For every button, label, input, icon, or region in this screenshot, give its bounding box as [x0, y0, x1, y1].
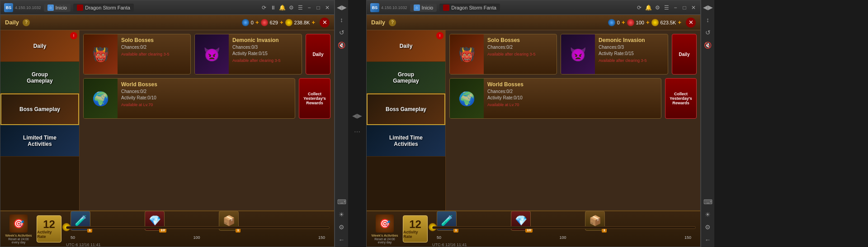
pause-btn-1[interactable]: ⏸ — [270, 5, 276, 11]
activity-row-1-1: 👹 Solo Bosses Chances:0/2 Available afte… — [83, 34, 330, 75]
game-tab-1[interactable]: Dragon Storm Fanta — [73, 4, 134, 12]
titlebar-2: BS 4.150.10.1032 ⌂ Inicio Dragon Storm F… — [367, 0, 700, 15]
left-sidebar-2: ! Daily GroupGameplay Boss Gameplay Limi… — [367, 30, 446, 210]
expand-icon-1[interactable]: ◀▶ — [337, 4, 347, 11]
refresh-btn-2[interactable]: ⟳ — [636, 5, 642, 11]
gold-val-1: 238.8K — [294, 20, 310, 25]
home-tab-label-2: Inicio — [422, 5, 434, 10]
solo-thumb-bg-1: 👹 — [84, 34, 118, 74]
sidebar-limited-2[interactable]: Limited TimeActivities — [367, 125, 445, 157]
demonic-name-1: Demonic Invasion — [232, 37, 298, 43]
bell-btn-2[interactable]: 🔔 — [645, 5, 651, 11]
sidebar-limited-1[interactable]: Limited TimeActivities — [0, 125, 79, 157]
help-icon-1[interactable]: ? — [23, 19, 30, 26]
gold-plus-1[interactable]: + — [311, 19, 315, 26]
minimize-btn-1[interactable]: − — [306, 5, 312, 11]
daily-btn-1[interactable]: Daily — [306, 34, 330, 75]
menu-btn-1[interactable]: ☰ — [297, 5, 303, 11]
settings-btn-1[interactable]: ⚙ — [288, 5, 294, 11]
back-icon-2[interactable]: ← — [705, 236, 711, 243]
sidebar-group-label-2: GroupGameplay — [393, 71, 419, 84]
bs-brand-2: BS 4.150.10.1032 — [370, 3, 407, 12]
sidebar-boss-1[interactable]: Boss Gameplay — [0, 93, 79, 125]
daily-btn-2[interactable]: Daily — [672, 34, 697, 75]
world-card-1[interactable]: 🌍 World Bosses Chances:0/2 Activity Rate… — [83, 78, 295, 119]
brightness-icon-2[interactable]: ☀ — [705, 211, 711, 218]
gold-plus-2[interactable]: + — [678, 19, 681, 26]
world-info-2: World Bosses Chances:0/2 Activity Rate:0… — [484, 79, 661, 118]
rotate-icon-1[interactable]: ↺ — [339, 29, 344, 36]
weeks-activities-2[interactable]: 🎯 Week's Activities Reset at 24:00 every… — [371, 214, 398, 244]
demonic-rate-1: Activity Rate:0/15 — [232, 51, 298, 56]
resize-icon-1[interactable]: ↕ — [340, 16, 343, 23]
brightness-icon-1[interactable]: ☀ — [339, 211, 344, 218]
mute-icon-2[interactable]: 🔇 — [704, 42, 712, 49]
daily-header-2: Daily ? 0 + 100 + 623.5K + ✕ — [367, 15, 700, 30]
minimize-btn-2[interactable]: − — [672, 5, 679, 11]
game-tab-icon-2 — [443, 5, 449, 11]
currency-group-2: 0 + 100 + 623.5K + ✕ — [608, 18, 696, 28]
keyboard-icon-1[interactable]: ⌨ — [337, 198, 346, 205]
solo-bosses-card-1[interactable]: 👹 Solo Bosses Chances:0/2 Available afte… — [83, 34, 191, 75]
progress-bar-bg-1 — [66, 226, 330, 229]
back-icon-1[interactable]: ← — [339, 236, 345, 243]
home-tab-2[interactable]: ⌂ Inicio — [410, 4, 437, 12]
bell-btn-1[interactable]: 🔔 — [279, 5, 285, 11]
mute-icon-1[interactable]: 🔇 — [338, 42, 345, 49]
resize-icon-2[interactable]: ↕ — [706, 16, 709, 23]
home-tab-label-1: Inicio — [56, 5, 67, 10]
refresh-btn-1[interactable]: ⟳ — [261, 5, 267, 11]
divider-arrows: ◀▶ — [352, 112, 362, 119]
demonic-card-2[interactable]: 👿 Demonic Invasion Chances:0/3 Activity … — [561, 34, 668, 75]
game-close-btn-1[interactable]: ✕ — [320, 18, 330, 28]
world-thumb-1: 🌍 — [84, 79, 118, 118]
blue-gem-val-1: 0 — [251, 20, 254, 25]
solo-name-1: Solo Bosses — [121, 37, 187, 43]
keyboard-icon-2[interactable]: ⌨ — [703, 198, 712, 205]
collect-label-1: Collect Yesterday's Rewards — [301, 92, 328, 105]
red-gem-plus-1[interactable]: + — [280, 19, 283, 26]
maximize-btn-2[interactable]: □ — [681, 5, 688, 11]
sidebar-boss-label-2: Boss Gameplay — [386, 106, 426, 112]
world-thumb-icon-2: 🌍 — [458, 91, 475, 107]
settings-side-icon-1[interactable]: ⚙ — [339, 224, 344, 231]
activity-rate-box-2: 12 Activity Rate — [403, 215, 428, 242]
world-card-2[interactable]: 🌍 World Bosses Chances:0/2 Activity Rate… — [449, 78, 661, 119]
progress-100-2: 100 — [559, 235, 566, 240]
solo-bosses-card-2[interactable]: 👹 Solo Bosses Chances:0/2 Available afte… — [449, 34, 557, 75]
sidebar-group-1[interactable]: GroupGameplay — [0, 62, 79, 93]
close-btn-1[interactable]: ✕ — [324, 5, 330, 11]
close-btn-2[interactable]: ✕ — [690, 5, 697, 11]
game-close-btn-2[interactable]: ✕ — [686, 18, 696, 28]
help-icon-2[interactable]: ? — [389, 19, 396, 26]
maximize-btn-1[interactable]: □ — [315, 5, 321, 11]
demonic-card-1[interactable]: 👿 Demonic Invasion Chances:0/3 Activity … — [194, 34, 302, 75]
menu-btn-2[interactable]: ☰ — [663, 5, 670, 11]
weeks-reset-1: Reset at 24:00 every day — [5, 238, 32, 244]
progress-bar-bg-2 — [432, 226, 696, 229]
solo-thumb-icon-2: 👹 — [458, 47, 475, 62]
titlebar-1: BS 4.150.10.1032 ⌂ Inicio Dragon Storm F… — [0, 0, 334, 15]
settings-btn-2[interactable]: ⚙ — [654, 5, 660, 11]
collect-btn-1[interactable]: Collect Yesterday's Rewards — [299, 78, 330, 119]
settings-side-icon-2[interactable]: ⚙ — [705, 224, 711, 231]
gold-val-2: 623.5K — [660, 20, 676, 25]
game-tab-2[interactable]: Dragon Storm Fanta — [439, 4, 500, 12]
sidebar-daily-2[interactable]: ! Daily — [367, 30, 445, 62]
collect-btn-2[interactable]: Collect Yesterday's Rewards — [665, 78, 697, 119]
rate-label-2: Activity Rate — [403, 230, 427, 239]
expand-icon-2[interactable]: ◀▶ — [703, 4, 713, 11]
sidebar-boss-2[interactable]: Boss Gameplay — [367, 93, 445, 125]
collect-label-2: Collect Yesterday's Rewards — [667, 92, 694, 105]
sidebar-daily-1[interactable]: ! Daily — [0, 30, 79, 62]
weeks-activities-1[interactable]: 🎯 Week's Activities Reset at 24:00 every… — [5, 214, 32, 244]
home-tab-1[interactable]: ⌂ Inicio — [44, 4, 71, 12]
blue-gem-plus-2[interactable]: + — [622, 19, 625, 26]
window-divider: ◀▶ ⋯ — [348, 0, 366, 247]
demonic-thumb-icon-1: 👿 — [203, 47, 220, 62]
sidebar-group-2[interactable]: GroupGameplay — [367, 62, 445, 93]
blue-gem-plus-1[interactable]: + — [255, 19, 259, 26]
progress-50-2: 50 — [437, 235, 441, 240]
red-gem-plus-2[interactable]: + — [646, 19, 650, 26]
rotate-icon-2[interactable]: ↺ — [705, 29, 711, 36]
